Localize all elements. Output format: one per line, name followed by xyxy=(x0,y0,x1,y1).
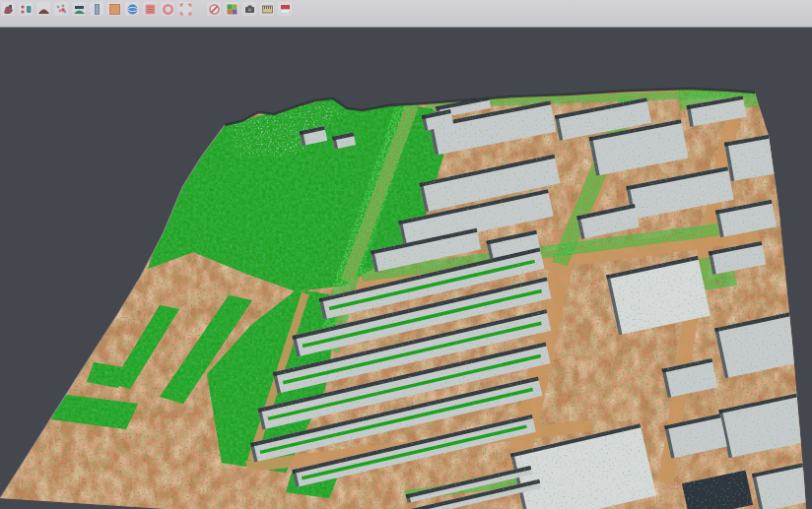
segment-button[interactable] xyxy=(1,2,15,16)
ground-filter-icon xyxy=(73,3,86,16)
align-icon xyxy=(20,3,33,16)
column-button[interactable] xyxy=(90,2,103,16)
segment-icon xyxy=(2,3,15,16)
measure-button[interactable] xyxy=(260,2,274,16)
crop-icon xyxy=(179,3,192,16)
camera-icon xyxy=(243,3,256,16)
camera-button[interactable] xyxy=(242,2,256,16)
points-button[interactable] xyxy=(54,2,68,16)
points-icon xyxy=(55,3,68,16)
toolbar-separator xyxy=(196,2,203,16)
toolbar xyxy=(0,0,812,28)
point-cloud-scene xyxy=(0,28,812,509)
attribute-list-button[interactable] xyxy=(143,2,157,16)
ring-select-icon xyxy=(162,3,174,16)
dem-button[interactable] xyxy=(107,2,121,16)
terrain-icon xyxy=(37,3,50,16)
measure-icon xyxy=(261,3,274,16)
globe-button[interactable] xyxy=(125,2,139,16)
align-button[interactable] xyxy=(19,2,33,16)
dem-icon xyxy=(108,3,121,16)
flag-icon xyxy=(279,3,292,16)
globe-icon xyxy=(126,3,139,16)
disable-icon xyxy=(208,3,221,16)
classification-icon xyxy=(226,3,238,16)
attribute-list-icon xyxy=(144,3,157,16)
flag-button[interactable] xyxy=(278,2,292,16)
disable-button[interactable] xyxy=(207,2,221,16)
ground-filter-button[interactable] xyxy=(72,2,86,16)
crop-button[interactable] xyxy=(178,2,192,16)
classification-button[interactable] xyxy=(225,2,238,16)
viewport-3d[interactable] xyxy=(0,28,812,509)
ring-select-button[interactable] xyxy=(161,2,174,16)
terrain-button[interactable] xyxy=(36,2,50,16)
column-icon xyxy=(91,3,103,16)
